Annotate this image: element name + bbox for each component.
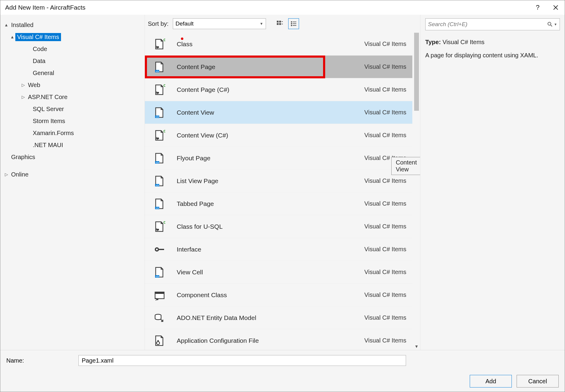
template-name: Component Class: [177, 291, 227, 299]
tree-node-xamarin[interactable]: Xamarin.Forms: [2, 127, 143, 139]
tree-label: Installed: [9, 21, 35, 29]
svg-rect-10: [291, 25, 292, 26]
template-item[interactable]: InterfaceVisual C# Items: [145, 238, 412, 261]
scrollbar-thumb[interactable]: [414, 33, 419, 111]
sort-dropdown[interactable]: Default ▼: [173, 18, 266, 29]
tree-node-online[interactable]: ▷ Online: [2, 168, 143, 180]
tree-label: Code: [31, 45, 49, 53]
svg-rect-1: [279, 21, 281, 23]
template-category: Visual C# Items: [364, 177, 406, 184]
svg-rect-4: [282, 21, 283, 22]
template-item[interactable]: ADO.NET Entity Data ModelVisual C# Items: [145, 306, 412, 329]
tree-node-sql-server[interactable]: SQL Server: [2, 103, 143, 115]
template-item[interactable]: Application Configuration FileVisual C# …: [145, 329, 412, 350]
tree-label: Storm Items: [31, 117, 67, 125]
expand-icon: ▷: [3, 172, 9, 177]
filename-input[interactable]: [78, 355, 406, 366]
template-category: Visual C# Items: [364, 132, 406, 139]
template-item[interactable]: Component ClassVisual C# Items: [145, 284, 412, 306]
svg-text:</>: </>: [156, 161, 159, 164]
search-icon[interactable]: [547, 22, 553, 27]
template-item[interactable]: </>Content ViewVisual C# Items: [145, 101, 412, 124]
add-new-item-dialog: Add New Item - AircraftFacts ? ▲ Install…: [0, 0, 565, 392]
template-item[interactable]: C#ClassVisual C# Items: [145, 33, 412, 56]
tree-label: Data: [31, 57, 47, 65]
template-name: Content Page (C#): [177, 86, 229, 93]
template-name: Tabbed Page: [177, 200, 214, 207]
tree-node-storm[interactable]: Storm Items: [2, 115, 143, 127]
svg-text:C#: C#: [163, 221, 165, 224]
entity-file-icon: [153, 311, 166, 324]
template-category: Visual C# Items: [364, 314, 406, 321]
list-icon: [290, 20, 297, 27]
tree-node-code[interactable]: Code: [2, 43, 143, 55]
tree-node-graphics[interactable]: Graphics: [2, 151, 143, 163]
chevron-down-icon: ▼: [260, 22, 263, 26]
svg-line-42: [551, 25, 552, 26]
filename-label: Name:: [6, 357, 72, 364]
template-item[interactable]: </>Tabbed PageVisual C# Items: [145, 192, 412, 215]
tree-node-csharp-items[interactable]: ▲ Visual C# Items: [2, 31, 143, 43]
xaml-file-icon: </>: [153, 174, 166, 188]
template-name: Class for U-SQL: [177, 223, 223, 230]
config-file-icon: [153, 334, 166, 347]
add-button[interactable]: Add: [470, 375, 512, 387]
template-name: Application Configuration File: [177, 337, 259, 344]
tree-node-aspnet-core[interactable]: ▷ASP.NET Core: [2, 91, 143, 103]
template-item[interactable]: </>View CellVisual C# Items: [145, 261, 412, 284]
svg-point-32: [156, 249, 158, 250]
template-item[interactable]: </>List View PageVisual C# Items: [145, 170, 412, 192]
template-item[interactable]: C#Class for U-SQLVisual C# Items: [145, 215, 412, 238]
xaml-file-icon: </>: [153, 106, 166, 119]
tree-node-data[interactable]: Data: [2, 55, 143, 67]
close-button[interactable]: [547, 0, 565, 15]
svg-text:C#: C#: [163, 84, 165, 87]
template-list: C#ClassVisual C# Items</>Content PageVis…: [145, 33, 420, 350]
template-name: List View Page: [177, 177, 218, 185]
scroll-down-icon[interactable]: ▼: [413, 344, 420, 349]
details-panel: ▼ Type: Visual C# Items A page for displ…: [420, 15, 565, 350]
svg-rect-9: [293, 23, 296, 24]
template-panel: Sort by: Default ▼ C#ClassVisual C# Item…: [145, 15, 420, 350]
template-name: View Cell: [177, 269, 203, 276]
search-input[interactable]: [428, 21, 545, 28]
xaml-file-icon: </>: [153, 60, 166, 74]
search-box[interactable]: ▼: [425, 18, 560, 30]
highlight-dot-icon: [181, 38, 183, 40]
tree-label: Xamarin.Forms: [31, 129, 76, 137]
tree-node-general[interactable]: General: [2, 67, 143, 79]
svg-rect-3: [279, 23, 281, 25]
view-medium-icons-button[interactable]: [274, 18, 285, 29]
template-name: Content Page: [177, 63, 215, 71]
tree-node-web[interactable]: ▷Web: [2, 79, 143, 91]
template-item[interactable]: </>Content PageVisual C# Items: [145, 56, 412, 78]
close-icon: [553, 5, 558, 10]
sort-label: Sort by:: [148, 20, 169, 27]
template-category: Visual C# Items: [364, 63, 406, 70]
template-item[interactable]: </>Flyout PageVisual C# Items: [145, 147, 412, 170]
tree-node-maui[interactable]: .NET MAUI: [2, 139, 143, 151]
view-small-icons-button[interactable]: [288, 18, 299, 29]
scrollbar[interactable]: ▼: [413, 33, 420, 350]
cancel-button[interactable]: Cancel: [517, 375, 559, 387]
tooltip: Content View: [391, 157, 420, 175]
template-category: Visual C# Items: [364, 291, 406, 298]
details-type-label: Type:: [425, 39, 441, 45]
template-category: Visual C# Items: [364, 109, 406, 116]
template-name: Content View: [177, 109, 214, 116]
tree-label: Web: [26, 81, 42, 89]
template-category: Visual C# Items: [364, 223, 406, 230]
class-file-icon: C#: [153, 129, 166, 142]
template-name: Flyout Page: [177, 155, 210, 162]
help-button[interactable]: ?: [529, 0, 547, 15]
svg-rect-6: [291, 21, 292, 23]
tree-label: SQL Server: [31, 105, 66, 113]
template-item[interactable]: C#Content View (C#)Visual C# Items: [145, 124, 412, 147]
category-tree: ▲ Installed ▲ Visual C# Items Code Data …: [0, 15, 145, 350]
search-dropdown-icon[interactable]: ▼: [554, 23, 557, 26]
tree-node-installed[interactable]: ▲ Installed: [2, 19, 143, 31]
expand-icon: ▷: [20, 83, 26, 87]
expand-icon: ▷: [20, 95, 26, 99]
svg-text:C#: C#: [163, 129, 165, 133]
template-item[interactable]: C#Content Page (C#)Visual C# Items: [145, 78, 412, 101]
